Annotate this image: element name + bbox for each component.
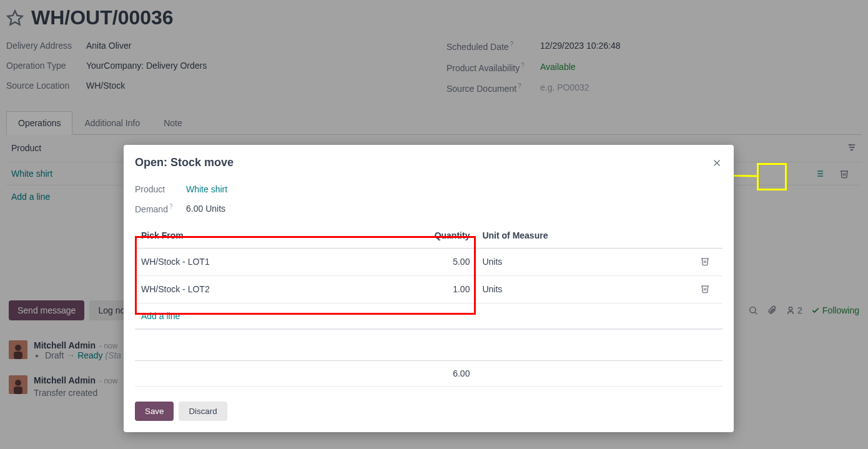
quantity-header: Quantity (428, 223, 476, 249)
modal-title: Open: Stock move (135, 156, 234, 169)
pick-from-cell[interactable]: WH/Stock - LOT1 (135, 248, 428, 275)
uom-header: Unit of Measure (476, 223, 687, 249)
pick-from-header: Pick From (135, 223, 428, 249)
modal-add-line[interactable]: Add a line (135, 303, 723, 329)
help-icon[interactable]: ? (169, 203, 173, 210)
trash-icon[interactable] (700, 256, 710, 266)
modal-demand-label: Demand? (135, 203, 186, 214)
save-button[interactable]: Save (135, 402, 174, 421)
modal-demand-value: 6.00 Units (186, 204, 225, 214)
uom-cell[interactable]: Units (476, 275, 687, 303)
discard-button[interactable]: Discard (179, 402, 227, 421)
pick-from-cell[interactable]: WH/Stock - LOT2 (135, 275, 428, 303)
total-quantity: 6.00 (428, 360, 476, 386)
modal-product-link[interactable]: White shirt (186, 184, 227, 194)
table-row[interactable]: WH/Stock - LOT2 1.00 Units (135, 275, 723, 303)
trash-icon[interactable] (700, 284, 710, 294)
table-row[interactable]: WH/Stock - LOT1 5.00 Units (135, 248, 723, 275)
uom-cell[interactable]: Units (476, 248, 687, 275)
quantity-cell[interactable]: 5.00 (428, 248, 476, 275)
stock-move-modal: Open: Stock move Product White shirt Dem… (124, 145, 734, 432)
modal-product-label: Product (135, 184, 186, 194)
quantity-cell[interactable]: 1.00 (428, 275, 476, 303)
close-icon[interactable] (711, 157, 723, 169)
